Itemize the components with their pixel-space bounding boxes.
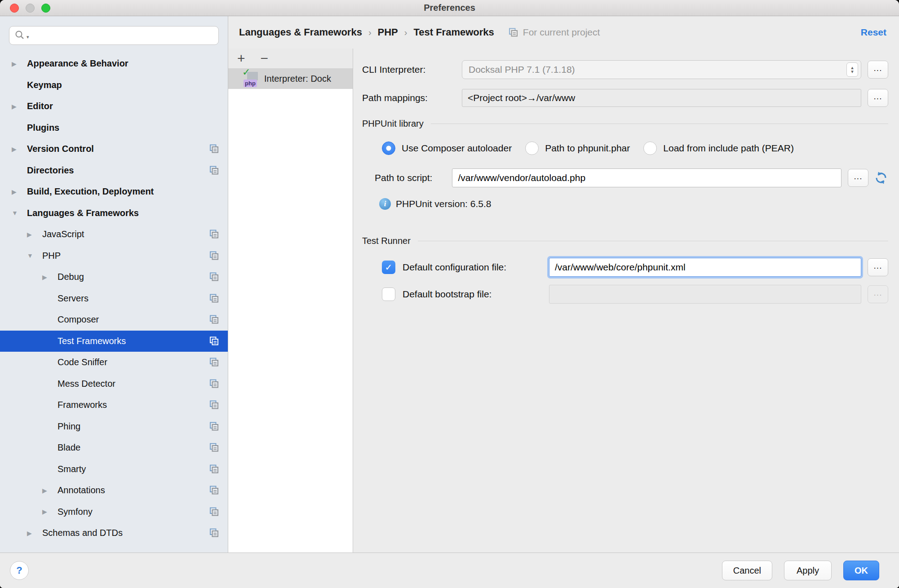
search-field-wrap: ▾	[9, 26, 219, 45]
help-button[interactable]: ?	[10, 561, 29, 580]
chevron-right-icon[interactable]: ▶	[27, 530, 42, 537]
php-badge: php	[244, 80, 257, 87]
breadcrumb-php[interactable]: PHP	[378, 27, 398, 38]
radio-path-to-phpunit-phar[interactable]	[525, 141, 539, 155]
sidebar-item-label: Schemas and DTDs	[42, 528, 123, 538]
sidebar-item-label: Keymap	[27, 80, 62, 90]
sidebar-item-blade[interactable]: Blade	[0, 437, 228, 459]
breadcrumb-separator: ›	[404, 27, 407, 38]
zoom-button[interactable]	[41, 4, 50, 13]
chevron-right-icon[interactable]: ▶	[12, 103, 27, 110]
project-settings-icon	[208, 485, 220, 496]
chevron-right-icon[interactable]: ▶	[12, 60, 27, 67]
path-to-script-input[interactable]	[452, 168, 841, 187]
interpreter-list-panel: + − php Interpreter: Dock	[228, 49, 353, 553]
refresh-icon[interactable]	[874, 171, 888, 185]
chevron-right-icon[interactable]: ▶	[12, 188, 27, 195]
radio-use-composer-autoloader[interactable]	[382, 141, 395, 155]
default-config-browse-button[interactable]: ...	[868, 258, 888, 276]
default-config-input[interactable]	[549, 258, 861, 277]
chevron-down-icon[interactable]: ▼	[12, 209, 27, 217]
cli-interpreter-value: Docksal PHP 7.1 (7.1.18)	[469, 64, 846, 75]
cli-interpreter-browse-button[interactable]: ...	[868, 61, 888, 79]
interpreter-toolbar: + −	[228, 49, 353, 68]
sidebar-item-label: Composer	[58, 314, 99, 325]
default-bootstrap-browse-button[interactable]: ...	[868, 285, 888, 303]
sidebar-item-php[interactable]: ▼PHP	[0, 245, 228, 267]
interpreter-list-item[interactable]: php Interpreter: Dock	[228, 68, 353, 89]
phpunit-version-text: PHPUnit version: 6.5.8	[396, 199, 491, 209]
sidebar-item-schemas-and-dtds[interactable]: ▶Schemas and DTDs	[0, 522, 228, 544]
sidebar-item-editor[interactable]: ▶Editor	[0, 96, 228, 117]
chevron-right-icon[interactable]: ▶	[12, 146, 27, 153]
chevron-right-icon[interactable]: ▶	[27, 231, 42, 238]
remove-interpreter-button[interactable]: −	[261, 52, 269, 65]
preferences-window: Preferences ▾ ▶Appearance & BehaviorKeym…	[0, 0, 899, 588]
add-interpreter-button[interactable]: +	[237, 52, 245, 65]
section-divider	[418, 241, 888, 241]
sidebar-item-composer[interactable]: Composer	[0, 309, 228, 331]
path-mappings-field[interactable]: <Project root>→/var/www	[462, 89, 861, 107]
breadcrumb-languages-frameworks[interactable]: Languages & Frameworks	[239, 27, 362, 38]
radio-load-from-include-path-pear[interactable]	[643, 141, 657, 155]
sidebar-item-directories[interactable]: Directories	[0, 160, 228, 181]
project-settings-icon	[208, 143, 220, 155]
reset-link[interactable]: Reset	[861, 27, 886, 38]
sidebar-item-label: Mess Detector	[58, 379, 115, 389]
sidebar-item-javascript[interactable]: ▶JavaScript	[0, 224, 228, 245]
path-mappings-browse-button[interactable]: ...	[868, 89, 888, 107]
stepper-icon[interactable]: ▴▾	[846, 62, 858, 77]
sidebar-item-debug[interactable]: ▶Debug	[0, 266, 228, 288]
window-title: Preferences	[424, 3, 475, 13]
test-runner-section: Test Runner	[362, 236, 888, 246]
project-settings-icon	[208, 442, 220, 453]
sidebar-item-frameworks[interactable]: Frameworks	[0, 394, 228, 416]
project-scope-icon	[508, 27, 519, 38]
sidebar-item-smarty[interactable]: Smarty	[0, 459, 228, 480]
sidebar-item-symfony[interactable]: ▶Symfony	[0, 501, 228, 523]
apply-button[interactable]: Apply	[784, 561, 832, 580]
sidebar-item-phing[interactable]: Phing	[0, 416, 228, 438]
sidebar-item-code-sniffer[interactable]: Code Sniffer	[0, 352, 228, 373]
sidebar-item-mess-detector[interactable]: Mess Detector	[0, 373, 228, 395]
cancel-button[interactable]: Cancel	[722, 561, 772, 580]
search-input[interactable]	[9, 26, 219, 45]
search-history-caret-icon[interactable]: ▾	[27, 34, 29, 40]
breadcrumb-separator: ›	[368, 27, 372, 38]
sidebar-item-keymap[interactable]: Keymap	[0, 75, 228, 96]
chevron-down-icon[interactable]: ▼	[27, 252, 42, 259]
project-settings-icon	[208, 229, 220, 240]
path-to-script-label: Path to script:	[375, 172, 432, 183]
sidebar-item-servers[interactable]: Servers	[0, 288, 228, 309]
sidebar-item-languages-frameworks[interactable]: ▼Languages & Frameworks	[0, 203, 228, 224]
path-to-script-browse-button[interactable]: ...	[848, 169, 868, 187]
close-button[interactable]	[10, 4, 19, 13]
default-bootstrap-checkbox[interactable]	[382, 287, 395, 301]
sidebar-item-build-execution-deployment[interactable]: ▶Build, Execution, Deployment	[0, 181, 228, 203]
project-settings-icon	[208, 165, 220, 176]
chevron-right-icon[interactable]: ▶	[42, 487, 58, 494]
section-divider	[431, 124, 888, 124]
breadcrumb-test-frameworks[interactable]: Test Frameworks	[413, 27, 494, 38]
sidebar-item-appearance-behavior[interactable]: ▶Appearance & Behavior	[0, 53, 228, 75]
project-settings-icon	[208, 250, 220, 261]
chevron-right-icon[interactable]: ▶	[42, 274, 58, 281]
sidebar-item-label: Languages & Frameworks	[27, 208, 139, 218]
settings-sidebar: ▾ ▶Appearance & BehaviorKeymap▶EditorPlu…	[0, 16, 228, 553]
cli-interpreter-select[interactable]: Docksal PHP 7.1 (7.1.18) ▴▾	[462, 60, 861, 79]
test-runner-section-title: Test Runner	[362, 236, 411, 246]
default-config-checkbox[interactable]	[382, 261, 395, 274]
sidebar-item-test-frameworks[interactable]: Test Frameworks	[0, 331, 228, 352]
phpunit-library-options: Use Composer autoloaderPath to phpunit.p…	[382, 141, 888, 155]
test-frameworks-settings: CLI Interpreter: Docksal PHP 7.1 (7.1.18…	[353, 49, 899, 553]
sidebar-item-version-control[interactable]: ▶Version Control	[0, 138, 228, 160]
default-bootstrap-input[interactable]	[549, 285, 861, 304]
sidebar-item-annotations[interactable]: ▶Annotations	[0, 480, 228, 501]
minimize-button	[26, 4, 35, 13]
sidebar-item-label: PHP	[42, 251, 61, 261]
project-settings-icon	[208, 336, 220, 347]
ok-button[interactable]: OK	[843, 561, 879, 580]
titlebar: Preferences	[0, 0, 899, 16]
chevron-right-icon[interactable]: ▶	[42, 508, 58, 515]
sidebar-item-plugins[interactable]: Plugins	[0, 117, 228, 139]
